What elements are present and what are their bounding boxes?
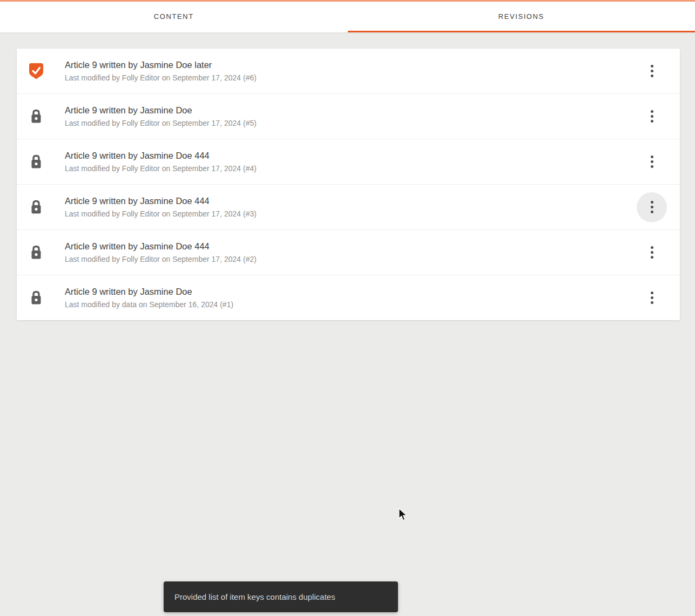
revision-text: Article 9 written by Jasmine Doe Last mo…: [65, 286, 233, 310]
revision-text: Article 9 written by Jasmine Doe 444 Las…: [65, 150, 257, 174]
revision-row[interactable]: Article 9 written by Jasmine Doe 444 Las…: [17, 229, 680, 275]
kebab-menu-icon: [651, 65, 653, 77]
kebab-menu-icon: [651, 201, 653, 213]
revision-subtitle: Last modified by Folly Editor on Septemb…: [65, 163, 257, 174]
tab-content[interactable]: CONTENT: [0, 2, 348, 32]
revision-menu-button[interactable]: [637, 192, 667, 222]
mouse-cursor: [398, 508, 408, 522]
kebab-menu-icon: [651, 292, 653, 304]
kebab-menu-icon: [651, 110, 653, 123]
revision-text: Article 9 written by Jasmine Doe later L…: [65, 59, 257, 83]
revision-subtitle: Last modified by Folly Editor on Septemb…: [65, 254, 257, 265]
revision-row[interactable]: Article 9 written by Jasmine Doe Last mo…: [17, 93, 680, 139]
revision-subtitle: Last modified by Folly Editor on Septemb…: [65, 208, 257, 219]
revision-row[interactable]: Article 9 written by Jasmine Doe later L…: [17, 49, 680, 93]
revision-text: Article 9 written by Jasmine Doe 444 Las…: [65, 195, 257, 219]
revision-text: Article 9 written by Jasmine Doe Last mo…: [65, 104, 257, 128]
tab-revisions[interactable]: REVISIONS: [348, 2, 695, 32]
revision-subtitle: Last modified by Folly Editor on Septemb…: [65, 72, 257, 83]
revision-title: Article 9 written by Jasmine Doe 444: [65, 195, 257, 207]
revision-title: Article 9 written by Jasmine Doe 444: [65, 150, 257, 162]
revision-title: Article 9 written by Jasmine Doe later: [65, 59, 257, 71]
revision-text: Article 9 written by Jasmine Doe 444 Las…: [65, 240, 257, 265]
lock-icon: [29, 289, 44, 307]
revision-menu-button[interactable]: [637, 56, 667, 86]
revisions-list: Article 9 written by Jasmine Doe later L…: [17, 49, 680, 320]
lock-icon: [29, 244, 44, 261]
kebab-menu-icon: [651, 155, 653, 168]
revision-row[interactable]: Article 9 written by Jasmine Doe 444 Las…: [17, 184, 680, 229]
revision-subtitle: Last modified by Folly Editor on Septemb…: [65, 118, 257, 128]
lock-icon: [29, 108, 44, 125]
toast-notification: Provided list of item keys contains dupl…: [164, 581, 398, 612]
lock-icon: [29, 199, 44, 216]
revision-menu-button[interactable]: [637, 283, 667, 313]
tab-bar: CONTENT REVISIONS: [0, 2, 695, 32]
revision-title: Article 9 written by Jasmine Doe 444: [65, 240, 257, 253]
revision-subtitle: Last modified by data on September 16, 2…: [65, 299, 233, 310]
revision-menu-button[interactable]: [637, 101, 667, 132]
revision-title: Article 9 written by Jasmine Doe: [65, 104, 257, 117]
shield-check-icon: [29, 63, 44, 80]
revision-row[interactable]: Article 9 written by Jasmine Doe Last mo…: [17, 275, 680, 320]
revision-menu-button[interactable]: [637, 147, 667, 177]
revision-menu-button[interactable]: [637, 238, 667, 268]
revision-row[interactable]: Article 9 written by Jasmine Doe 444 Las…: [17, 139, 680, 184]
toast-message: Provided list of item keys contains dupl…: [174, 592, 335, 601]
lock-icon: [29, 153, 44, 171]
kebab-menu-icon: [651, 246, 653, 259]
revision-title: Article 9 written by Jasmine Doe: [65, 286, 233, 298]
